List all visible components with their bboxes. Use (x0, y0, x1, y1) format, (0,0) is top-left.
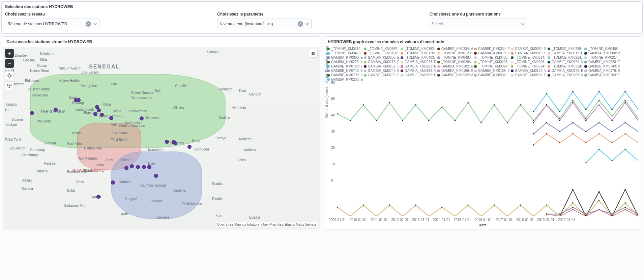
map-station-marker[interactable] (77, 98, 81, 102)
map-place-label: rrinchan (5, 123, 17, 127)
legend-item[interactable]: _TOMINE_KM0403: V... (401, 56, 436, 59)
clear-icon[interactable]: ✕ (298, 21, 303, 27)
legend-item[interactable]: GAMBIE_KM0532: Er... (474, 73, 509, 77)
param-combobox[interactable]: Niveau d eau (instantané - m) ✕ (217, 19, 312, 29)
stations-combobox[interactable]: Select... (430, 19, 527, 29)
legend-item[interactable]: GAMBIE_KM0334: V... (437, 47, 473, 51)
legend-item[interactable]: GAMBIA_KM0283: Er... (584, 73, 620, 77)
legend-label: GAMBIA_KM0169: Er... (441, 69, 473, 73)
legend-item[interactable]: GAMBIE_KM0720: V... (548, 60, 583, 64)
map-station-marker[interactable] (97, 108, 101, 112)
legend-item[interactable]: _TOMINE_KM0214: V... (511, 56, 546, 59)
fit-bounds-button[interactable] (5, 71, 14, 80)
legend-label: GAMBIA_KM0080: Er... (368, 56, 399, 59)
legend-item[interactable]: GAMBIE_KM0799: Er... (364, 73, 399, 77)
legend-item[interactable]: GAMBIE_KM0743: Va... (584, 64, 620, 68)
map-station-marker[interactable] (93, 112, 97, 116)
legend-item[interactable]: GAMBIA_KM0179: Er... (584, 69, 620, 73)
x-tick-label: 2020-01-01 (558, 218, 575, 222)
legend-item[interactable]: _TOMINE_KM0324: V... (474, 64, 509, 68)
map-station-marker[interactable] (109, 116, 113, 120)
map-station-marker[interactable] (142, 165, 146, 169)
legend-item[interactable]: GAMBIA_KM0080: Er... (364, 56, 399, 59)
map-station-marker[interactable] (140, 116, 144, 120)
legend-item[interactable]: GAMBIE_KM0720: Er... (584, 60, 620, 64)
legend-label: _TOMINE_KM0403: Er... (441, 56, 473, 59)
legend-item[interactable]: GAMBIA_KM0169: Va... (401, 69, 436, 73)
legend-item[interactable]: GAMBIA_KM0282: Er... (437, 64, 473, 68)
legend-item[interactable]: GAMBIE_KM0532: Er... (511, 73, 546, 77)
legend-item[interactable]: GAMBIE_KM0720: Er... (327, 64, 362, 68)
legend-item[interactable]: GAMBIA_KM0019: Er... (511, 51, 546, 55)
map-station-marker[interactable] (100, 113, 104, 117)
legend-item[interactable]: _TOMINE_KM0120: Er... (401, 51, 436, 55)
legend-item[interactable]: _TOMINE_KM0324: Er... (511, 64, 546, 68)
map-station-marker[interactable] (111, 180, 115, 185)
legend-item[interactable]: _TOMINE_KM0352: Er... (364, 47, 399, 51)
map-station-marker[interactable] (30, 111, 34, 115)
stations-placeholder: Select... (432, 22, 446, 26)
legend-item[interactable]: GAMBIE_KM0799: Er... (401, 73, 436, 77)
map-station-marker[interactable] (147, 165, 151, 169)
legend-item[interactable]: _TOMINE_KM0352: E... (401, 47, 436, 51)
map-station-marker[interactable] (130, 164, 134, 168)
legend-item[interactable]: _TOMINE_KM0324: Er... (548, 64, 583, 68)
map-station-marker[interactable] (96, 195, 100, 199)
legend-item[interactable]: _TOMINE_KM0403: Er... (474, 56, 509, 59)
legend-item[interactable]: GAMBIA_KM0273: V... (327, 60, 362, 64)
legend-item[interactable]: _TOMINE_KM0403: Er... (437, 56, 473, 59)
legend-item[interactable]: GAMBIA_KM0283: V... (548, 73, 583, 77)
legend-item[interactable]: _TOMINE_KM0214: E... (548, 56, 583, 59)
map-station-marker[interactable] (173, 141, 177, 145)
legend-item[interactable]: GAMBIA_KM0019: Va... (474, 51, 509, 55)
legend-item[interactable]: GAMBIA_KM0179: Va... (511, 69, 546, 73)
legend-item[interactable]: GAMBIE_KM0799: V... (327, 73, 362, 77)
legend-item[interactable]: GAMBIE_KM0743: Er... (364, 69, 399, 73)
map-station-marker[interactable] (154, 174, 158, 178)
legend-item[interactable]: GAMBIA_KM0080: V... (584, 51, 620, 55)
zoom-in-button[interactable]: + (5, 49, 14, 58)
legend-item[interactable]: GAMBIA_KM0282: Er... (401, 64, 436, 68)
legend-item[interactable]: GAMBIA_KM0282: V... (364, 64, 399, 68)
legend-item[interactable]: GAMBIE_KM0334: Er... (474, 47, 509, 51)
map-place-label: Kolobane (40, 52, 54, 56)
legend-item[interactable]: _TOMINE_KM0120: V... (364, 51, 399, 55)
map-canvas[interactable]: + − SENEGAL THE GAMBIA GUINEA-BISSAU Dio… (3, 47, 320, 229)
legend-item[interactable]: GAMBIA_KM0080: Er... (327, 56, 362, 59)
map-station-marker[interactable] (124, 166, 128, 170)
legend-label: _TOMINE_KM0120: V... (368, 51, 399, 55)
legend-label: _TOMINE_KM0468: V... (552, 47, 583, 51)
legend-item[interactable]: GAMBIA_KM0169: Er... (474, 69, 509, 73)
map-station-marker[interactable] (187, 145, 192, 149)
chevron-down-icon[interactable] (305, 22, 309, 26)
legend-item[interactable]: _TOMINE_KM0296: V... (437, 60, 473, 64)
legend-item[interactable]: GAMBIA_KM0273: Er... (401, 60, 436, 64)
network-combobox[interactable]: Réseau de stations HYDROWEB ✕ (5, 19, 99, 29)
map-station-marker[interactable] (54, 108, 58, 112)
legend-item[interactable]: GAMBIE_KM0334: Er... (511, 47, 546, 51)
legend-item[interactable]: _TOMINE_KM0468: Er... (584, 47, 620, 51)
legend-item[interactable]: GAMBIA_KM0273: Er... (364, 60, 399, 64)
legend-item[interactable]: _TOMINE_KM0120: E... (437, 51, 473, 55)
legend-label: GAMBIA_KM0283: Er... (331, 78, 362, 81)
legend-item[interactable]: _TOMINE_KM0468: V... (548, 47, 583, 51)
legend-item[interactable]: _TOMINE_KM0214: E... (584, 56, 620, 59)
legend-item[interactable]: GAMBIA_KM0179: Er... (548, 69, 583, 73)
legend-item[interactable]: GAMBIA_KM0019: Er... (548, 51, 583, 55)
chart-plot[interactable]: Niveau d eau (instantané - m): Paramètre… (327, 83, 638, 226)
layers-button[interactable] (5, 81, 14, 90)
map-options-button[interactable] (309, 49, 318, 58)
legend-item[interactable]: _TOMINE_KM0352: V... (327, 47, 362, 51)
legend-item[interactable]: GAMBIA_KM0169: Er... (437, 69, 473, 73)
clear-icon[interactable]: ✕ (86, 21, 91, 27)
map-station-marker[interactable] (136, 165, 140, 169)
legend-item[interactable]: _TOMINE_KM0296: E... (474, 60, 509, 64)
chevron-down-icon[interactable] (93, 22, 97, 26)
legend-item[interactable]: GAMBIE_KM0532: V... (437, 73, 473, 77)
legend-item[interactable]: GAMBIE_KM0743: Er... (327, 69, 362, 73)
zoom-out-button[interactable]: − (5, 59, 14, 68)
legend-item[interactable]: _TOMINE_KM0468: Er... (327, 51, 362, 55)
legend-item[interactable]: _TOMINE_KM0296: E... (511, 60, 546, 64)
chevron-down-icon[interactable] (521, 22, 525, 26)
map-station-marker[interactable] (165, 140, 169, 144)
